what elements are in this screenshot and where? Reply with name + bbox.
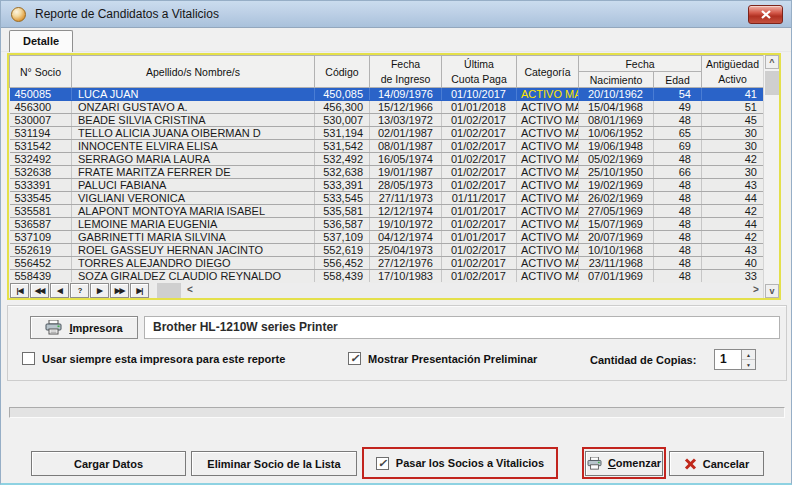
cell[interactable]: ALAPONT MONTOYA MARIA ISABEL <box>72 205 315 218</box>
cell[interactable]: 532,638 <box>315 166 370 179</box>
cell[interactable]: 27/11/1973 <box>370 192 442 205</box>
load-data-button[interactable]: Cargar Datos <box>31 451 186 476</box>
cell[interactable]: 02/01/1987 <box>370 127 442 140</box>
cell[interactable]: 556,452 <box>315 257 370 270</box>
cell[interactable]: 01/02/2017 <box>442 153 517 166</box>
cell[interactable]: ACTIVO MA <box>517 114 579 127</box>
cell[interactable]: 531,542 <box>315 140 370 153</box>
table-row[interactable]: 456300ONZARI GUSTAVO A.456,30015/12/1966… <box>10 101 764 114</box>
cell[interactable]: 42 <box>702 231 764 244</box>
table-row[interactable]: 533545VIGLIANI VERONICA533,54527/11/1973… <box>10 192 764 205</box>
copies-spinner[interactable]: 1 ▲ ▼ <box>714 349 756 370</box>
col-header-nacimiento[interactable]: Nacimiento <box>579 72 654 88</box>
checkbox-box[interactable]: ✓ <box>22 352 35 365</box>
cell[interactable]: 12/12/1974 <box>370 205 442 218</box>
cell[interactable]: 531,194 <box>315 127 370 140</box>
cell[interactable]: GABRINETTI MARIA SILVINA <box>72 231 315 244</box>
tab-detalle[interactable]: Detalle <box>9 30 73 52</box>
scroll-up-icon[interactable]: ^ <box>765 55 779 69</box>
cell[interactable]: 01/02/2017 <box>442 257 517 270</box>
cell[interactable]: BEADE SILVIA CRISTINA <box>72 114 315 127</box>
cell[interactable]: 556452 <box>10 257 72 270</box>
col-header-fecha-group[interactable]: Fecha <box>579 56 702 72</box>
cell[interactable]: 20/07/1969 <box>579 231 654 244</box>
table-row[interactable]: 537109GABRINETTI MARIA SILVINA537,10904/… <box>10 231 764 244</box>
horizontal-scrollbar[interactable]: < > <box>155 283 763 298</box>
cell[interactable]: 01/11/2017 <box>442 192 517 205</box>
cell[interactable]: 30 <box>702 127 764 140</box>
cell[interactable]: 23/11/1968 <box>579 257 654 270</box>
cell[interactable]: 19/01/1987 <box>370 166 442 179</box>
cell[interactable]: 552619 <box>10 244 72 257</box>
cell[interactable]: 532,492 <box>315 153 370 166</box>
cell[interactable]: 48 <box>654 205 702 218</box>
cell[interactable]: 13/03/1972 <box>370 114 442 127</box>
cell[interactable]: FRATE MARITZA FERRER DE <box>72 166 315 179</box>
cell[interactable]: 456300 <box>10 101 72 114</box>
cell[interactable]: 01/02/2017 <box>442 270 517 283</box>
cell[interactable]: ACTIVO MA <box>517 205 579 218</box>
spinner-up-icon[interactable]: ▲ <box>742 350 755 360</box>
cell[interactable]: 16/05/1974 <box>370 153 442 166</box>
cell[interactable]: LUCA JUAN <box>72 88 315 101</box>
table-row[interactable]: 535581ALAPONT MONTOYA MARIA ISABEL535,58… <box>10 205 764 218</box>
cell[interactable]: SERRAGO MARIA LAURA <box>72 153 315 166</box>
cell[interactable]: 20/10/1962 <box>579 88 654 101</box>
scroll-down-icon[interactable]: v <box>765 284 779 298</box>
cell[interactable]: 14/09/1976 <box>370 88 442 101</box>
col-header-categoria[interactable]: Categoría <box>517 56 579 88</box>
cell[interactable]: 69 <box>654 140 702 153</box>
col-header-fecha-ingreso[interactable]: Fecha de Ingreso <box>370 56 442 88</box>
cell[interactable]: 531542 <box>10 140 72 153</box>
table-row[interactable]: 536587LEMOINE MARIA EUGENIA536,58719/10/… <box>10 218 764 231</box>
cell[interactable]: 531194 <box>10 127 72 140</box>
table-row[interactable]: 532492SERRAGO MARIA LAURA532,49216/05/19… <box>10 153 764 166</box>
cell[interactable]: TELLO ALICIA JUANA OIBERMAN D <box>72 127 315 140</box>
start-button[interactable]: Comenzar <box>585 451 663 476</box>
cell[interactable]: ACTIVO MA <box>517 88 579 101</box>
cell[interactable]: 51 <box>702 101 764 114</box>
cell[interactable]: 536,587 <box>315 218 370 231</box>
cell[interactable]: 27/12/1976 <box>370 257 442 270</box>
cell[interactable]: ACTIVO MA <box>517 179 579 192</box>
cell[interactable]: 45 <box>702 114 764 127</box>
cell[interactable]: ONZARI GUSTAVO A. <box>72 101 315 114</box>
cell[interactable]: 48 <box>654 179 702 192</box>
cell[interactable]: 30 <box>702 166 764 179</box>
cell[interactable]: 44 <box>702 192 764 205</box>
cell[interactable]: 48 <box>654 218 702 231</box>
cell[interactable]: ACTIVO MA <box>517 101 579 114</box>
nav-first-button[interactable]: |◀ <box>10 283 29 298</box>
nav-help-button[interactable]: ? <box>70 283 89 298</box>
pass-to-vitalicios-checkbox[interactable]: ✓ Pasar los Socios a Vitalicios <box>376 457 544 470</box>
cell[interactable]: 26/02/1969 <box>579 192 654 205</box>
cell[interactable]: 532492 <box>10 153 72 166</box>
table-row[interactable]: 530007BEADE SILVIA CRISTINA530,00713/03/… <box>10 114 764 127</box>
cell[interactable]: ACTIVO MA <box>517 218 579 231</box>
cell[interactable]: 535581 <box>10 205 72 218</box>
cell[interactable]: ACTIVO MA <box>517 257 579 270</box>
table-row[interactable]: 532638FRATE MARITZA FERRER DE532,63819/0… <box>10 166 764 179</box>
cell[interactable]: 15/12/1966 <box>370 101 442 114</box>
cell[interactable]: 01/02/2017 <box>442 127 517 140</box>
cell[interactable]: ACTIVO MA <box>517 244 579 257</box>
cell[interactable]: 42 <box>702 205 764 218</box>
cell[interactable]: 44 <box>702 218 764 231</box>
cell[interactable]: 30 <box>702 140 764 153</box>
cell[interactable]: 48 <box>654 244 702 257</box>
cell[interactable]: 42 <box>702 153 764 166</box>
cell[interactable]: 01/02/2017 <box>442 218 517 231</box>
cell[interactable]: 04/12/1974 <box>370 231 442 244</box>
cell[interactable]: 01/01/2017 <box>442 205 517 218</box>
cell[interactable]: 19/10/1972 <box>370 218 442 231</box>
nav-prior-button[interactable]: ◀ <box>50 283 69 298</box>
cell[interactable]: 536587 <box>10 218 72 231</box>
cell[interactable]: 558439 <box>10 270 72 283</box>
always-use-printer-checkbox[interactable]: ✓ Usar siempre esta impresora para este … <box>22 352 285 365</box>
cell[interactable]: 40 <box>702 257 764 270</box>
cell[interactable]: ROEL GASSEUY HERNAN JACINTO <box>72 244 315 257</box>
cell[interactable]: 48 <box>654 257 702 270</box>
cell[interactable]: TORRES ALEJANDRO DIEGO <box>72 257 315 270</box>
cell[interactable]: 43 <box>702 179 764 192</box>
cell[interactable]: 08/01/1969 <box>579 114 654 127</box>
